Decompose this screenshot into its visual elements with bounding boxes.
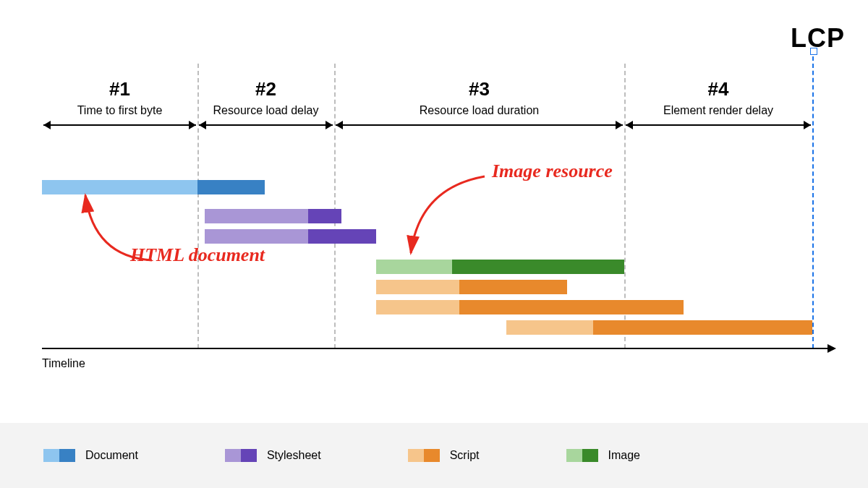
- bar-script-light: [506, 320, 593, 335]
- lcp-marker-line: [812, 49, 814, 348]
- legend: Document Stylesheet Script Image: [0, 423, 868, 488]
- phase-number: #1: [42, 78, 197, 100]
- timeline-axis-label: Timeline: [42, 357, 85, 370]
- diagram-canvas: LCP #1 Time to first byte #2 Resource lo…: [0, 0, 868, 488]
- bar-stylesheet-light: [205, 229, 308, 244]
- phase-label: Time to first byte: [42, 104, 197, 117]
- phase-label: Resource load duration: [334, 104, 624, 117]
- legend-label: Image: [608, 449, 640, 462]
- phase-number: #4: [624, 78, 812, 100]
- phase-span-arrow: [336, 124, 623, 126]
- legend-item-image: Image: [566, 449, 640, 462]
- legend-item-script: Script: [408, 449, 480, 462]
- timeline-axis: [42, 348, 835, 349]
- bar-script-dark: [459, 300, 684, 314]
- swatch-image: [566, 449, 598, 462]
- phase-number: #3: [334, 78, 624, 100]
- legend-item-stylesheet: Stylesheet: [225, 449, 321, 462]
- bar-document-dark: [197, 180, 265, 194]
- legend-label: Stylesheet: [267, 449, 321, 462]
- legend-label: Script: [450, 449, 480, 462]
- swatch-script: [408, 449, 440, 462]
- legend-item-document: Document: [43, 449, 138, 462]
- swatch-stylesheet: [225, 449, 257, 462]
- phase-label: Resource load delay: [197, 104, 334, 117]
- phase-span-arrow: [43, 124, 196, 126]
- bar-script-dark: [459, 280, 567, 294]
- bar-script-dark: [593, 320, 812, 335]
- phase-span-arrow: [626, 124, 811, 126]
- bar-script-light: [376, 300, 459, 314]
- lcp-title: LCP: [791, 23, 845, 53]
- annotation-html: HTML document: [130, 244, 265, 266]
- swatch-document: [43, 449, 75, 462]
- annotation-arrow-image: [398, 174, 528, 267]
- phase-number: #2: [197, 78, 334, 100]
- annotation-image: Image resource: [492, 160, 613, 182]
- bar-stylesheet-dark: [308, 229, 376, 244]
- phase-span-arrow: [199, 124, 333, 126]
- lcp-marker-tick: [810, 48, 817, 55]
- bar-stylesheet-dark: [308, 209, 341, 223]
- bar-stylesheet-light: [205, 209, 308, 223]
- bar-script-light: [376, 280, 459, 294]
- phase-label: Element render delay: [624, 104, 812, 117]
- legend-label: Document: [85, 449, 138, 462]
